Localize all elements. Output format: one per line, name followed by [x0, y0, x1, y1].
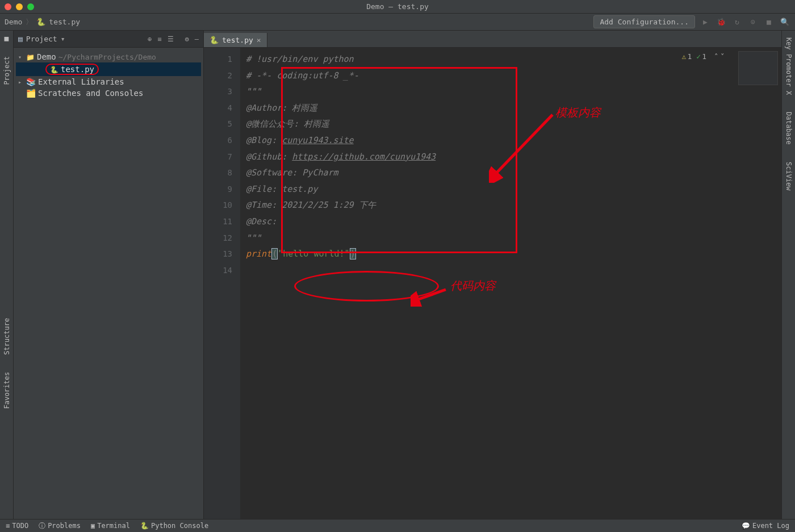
code-line: @微信公众号: 村雨遥: [246, 116, 781, 132]
folder-icon: [26, 52, 35, 61]
code-line: @Blog: cunyu1943.site: [246, 132, 781, 149]
code-line: """: [246, 230, 781, 246]
code-line: """: [246, 83, 781, 100]
tree-file-name: test.py: [61, 65, 94, 74]
tree-scratches[interactable]: 🗂️ Scratches and Consoles: [16, 87, 201, 99]
project-tree[interactable]: ▾ Demo ~/PycharmProjects/Demo test.py ▸ …: [14, 48, 203, 102]
editor-body[interactable]: 1234567 891011121314 # !usr/bin/env pyth…: [204, 48, 781, 519]
code-line: @File: test.py: [246, 181, 781, 198]
right-rail: Key Promoter X Database SciView: [781, 31, 795, 519]
list-icon: ≡: [6, 522, 10, 530]
expand-icon[interactable]: ≡: [157, 35, 161, 43]
folder-icon: ▤: [18, 35, 23, 43]
code-line: @Desc:: [246, 213, 781, 230]
code-line: @Author: 村雨遥: [246, 100, 781, 116]
tree-external-libraries[interactable]: ▸ 📚 External Libraries: [16, 76, 201, 87]
check-badge[interactable]: 1: [696, 52, 706, 61]
window-title: Demo – test.py: [366, 2, 429, 11]
rail-sciview[interactable]: SciView: [785, 158, 793, 194]
profile-icon[interactable]: ⊙: [747, 18, 759, 26]
annotation-label-code: 代码内容: [450, 278, 496, 294]
traffic-lights: [5, 3, 34, 10]
problems-button[interactable]: ⓘProblems: [39, 521, 81, 531]
python-file-icon: [50, 65, 58, 74]
chevron-down-icon[interactable]: ▾: [18, 54, 24, 60]
gear-icon[interactable]: ⚙: [185, 35, 189, 43]
rail-key-promoter[interactable]: Key Promoter X: [785, 34, 793, 98]
chevron-right-icon[interactable]: ▸: [18, 79, 24, 85]
run-icon[interactable]: ▶: [700, 18, 711, 26]
breadcrumb[interactable]: Demo 〉 🐍 test.py: [5, 17, 80, 27]
editor-tabbar: 🐍 test.py ×: [204, 31, 781, 48]
minimize-window-icon[interactable]: [16, 3, 23, 10]
code-line: @Github: https://github.com/cunyu1943: [246, 149, 781, 165]
event-log-button[interactable]: 💬Event Log: [742, 522, 789, 530]
bottom-toolbar: ≡TODO ⓘProblems ▣Terminal 🐍Python Consol…: [0, 519, 795, 532]
dropdown-icon[interactable]: ▾: [61, 35, 65, 43]
debug-icon[interactable]: 🐞: [716, 18, 727, 26]
code-line: # -*- coding:utf-8 _*-: [246, 68, 781, 84]
navigation-bar: Demo 〉 🐍 test.py Add Configuration... ▶ …: [0, 14, 795, 31]
collapse-icon[interactable]: ☰: [168, 35, 174, 43]
tree-file-testpy[interactable]: test.py: [16, 62, 201, 76]
tree-scratches-label: Scratches and Consoles: [38, 89, 143, 98]
titlebar: Demo – test.py: [0, 0, 795, 14]
prev-issue-icon[interactable]: ˄: [714, 52, 718, 61]
rail-project[interactable]: Project: [3, 53, 11, 89]
rail-database[interactable]: Database: [785, 108, 793, 148]
python-file-icon: 🐍: [210, 36, 219, 44]
breadcrumb-file[interactable]: test.py: [49, 18, 80, 26]
terminal-icon: ▣: [91, 522, 95, 530]
tab-testpy[interactable]: 🐍 test.py ×: [204, 33, 267, 47]
annotation-oval-code: [294, 271, 439, 301]
python-file-icon: 🐍: [36, 18, 45, 26]
left-rail: ■ Project Structure Favorites: [0, 31, 14, 519]
tree-root[interactable]: ▾ Demo ~/PycharmProjects/Demo: [16, 51, 201, 62]
editor-area: 🐍 test.py × 1234567 891011121314 # !usr/…: [204, 31, 781, 519]
close-tab-icon[interactable]: ×: [257, 36, 261, 44]
coverage-icon[interactable]: ↻: [731, 18, 743, 26]
scratch-icon: 🗂️: [26, 89, 36, 98]
minimap[interactable]: [738, 51, 778, 85]
stop-icon[interactable]: ■: [763, 18, 775, 26]
inspection-badges[interactable]: 1 1 ˄ ˅: [682, 52, 725, 61]
project-tool-icon[interactable]: ■: [5, 34, 9, 43]
rail-structure[interactable]: Structure: [3, 315, 11, 358]
line-gutter: 1234567 891011121314: [204, 48, 240, 519]
python-console-button[interactable]: 🐍Python Console: [140, 522, 208, 530]
breadcrumb-root[interactable]: Demo: [5, 18, 22, 26]
code-content[interactable]: # !usr/bin/env python # -*- coding:utf-8…: [240, 48, 781, 519]
project-panel: ▤ Project ▾ ⊕ ≡ ☰ ⚙ — ▾ Demo ~/PycharmPr…: [14, 31, 204, 519]
next-issue-icon[interactable]: ˅: [721, 52, 725, 61]
tree-external-label: External Libraries: [38, 77, 124, 86]
svg-line-1: [414, 290, 446, 301]
maximize-window-icon[interactable]: [27, 3, 34, 10]
todo-button[interactable]: ≡TODO: [6, 522, 28, 530]
code-line: @Software: PyCharm: [246, 165, 781, 181]
search-icon[interactable]: 🔍: [779, 18, 790, 26]
locate-icon[interactable]: ⊕: [148, 35, 152, 43]
rail-favorites[interactable]: Favorites: [3, 368, 11, 412]
info-icon: ⓘ: [39, 521, 45, 531]
panel-title: Project: [26, 35, 57, 43]
chevron-right-icon: 〉: [26, 17, 33, 27]
python-icon: 🐍: [140, 522, 149, 530]
chat-icon: 💬: [742, 522, 750, 530]
add-configuration-button[interactable]: Add Configuration...: [593, 15, 695, 28]
tree-root-name: Demo: [37, 52, 56, 61]
library-icon: 📚: [26, 77, 36, 86]
tab-label: test.py: [222, 36, 253, 44]
terminal-button[interactable]: ▣Terminal: [91, 522, 130, 530]
tree-root-path: ~/PycharmProjects/Demo: [58, 53, 156, 61]
code-line: @Time: 2021/2/25 1:29 下午: [246, 197, 781, 213]
project-panel-header: ▤ Project ▾ ⊕ ≡ ☰ ⚙ —: [14, 31, 203, 48]
close-window-icon[interactable]: [5, 3, 11, 10]
hide-icon[interactable]: —: [195, 35, 199, 43]
code-line: print("hello world!"): [246, 246, 781, 262]
warning-badge[interactable]: 1: [682, 52, 692, 61]
